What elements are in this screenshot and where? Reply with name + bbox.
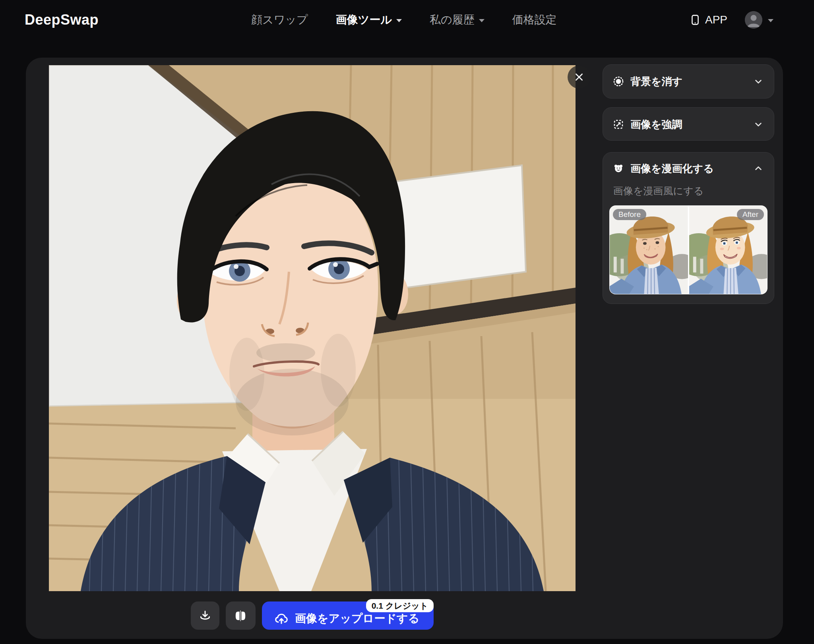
panel-enhance-image-header[interactable]: 画像を強調: [603, 108, 774, 141]
download-icon: [199, 609, 211, 622]
remove-background-icon: [613, 76, 624, 87]
person-icon: [745, 11, 762, 29]
before-badge: Before: [613, 209, 646, 220]
download-button[interactable]: [191, 601, 219, 630]
brand-logo[interactable]: DeepSwap: [25, 0, 99, 40]
main-nav: 顔スワップ 画像ツール 私の履歴 価格設定: [251, 0, 557, 40]
result-image: [49, 65, 576, 591]
chevron-down-icon: [753, 76, 764, 87]
chevron-down-icon: [753, 119, 764, 130]
bottom-toolbar: 画像をアップロードする 0.1 クレジット: [49, 601, 576, 630]
nav-face-swap[interactable]: 顔スワップ: [251, 12, 308, 27]
chevron-up-icon: [753, 163, 764, 174]
close-icon: [574, 72, 584, 82]
before-after-example: Before After: [609, 205, 767, 294]
top-navbar: DeepSwap 顔スワップ 画像ツール 私の履歴 価格設定 APP: [0, 0, 814, 40]
compare-button[interactable]: [226, 601, 256, 630]
cartoonize-description: 画像を漫画風にする: [603, 184, 774, 197]
after-badge: After: [737, 209, 764, 220]
close-button[interactable]: [568, 66, 591, 89]
upload-button-label: 画像をアップロードする: [295, 611, 419, 626]
app-download-link[interactable]: APP: [690, 14, 727, 26]
chevron-down-icon: [768, 19, 773, 22]
nav-my-history[interactable]: 私の履歴: [430, 12, 485, 27]
nav-image-tools[interactable]: 画像ツール: [336, 12, 402, 27]
panel-remove-background-header[interactable]: 背景を消す: [603, 65, 774, 98]
cloud-upload-icon: [274, 611, 289, 626]
phone-icon: [690, 15, 700, 25]
cartoonized-portrait-illustration: [49, 65, 576, 591]
panel-cartoonize-image-header[interactable]: 画像を漫画化する: [603, 153, 774, 184]
panel-cartoonize-image: 画像を漫画化する 画像を漫画風にする: [603, 152, 774, 304]
enhance-image-icon: [613, 119, 624, 130]
chevron-down-icon: [479, 19, 485, 22]
header-right-cluster: APP: [690, 0, 773, 40]
panel-enhance-image: 画像を強調: [603, 107, 774, 141]
bear-cartoon-icon: [613, 163, 624, 174]
compare-split-icon: [234, 609, 247, 623]
nav-pricing[interactable]: 価格設定: [512, 12, 557, 27]
editor-card: 画像をアップロードする 0.1 クレジット 背景を消す 画像を強調: [26, 58, 783, 639]
panel-remove-background: 背景を消す: [603, 64, 774, 99]
account-menu[interactable]: [745, 11, 773, 29]
credit-cost-badge: 0.1 クレジット: [366, 599, 434, 612]
upload-image-button[interactable]: 画像をアップロードする 0.1 クレジット: [262, 601, 434, 630]
avatar: [745, 11, 762, 29]
chevron-down-icon: [396, 19, 402, 22]
